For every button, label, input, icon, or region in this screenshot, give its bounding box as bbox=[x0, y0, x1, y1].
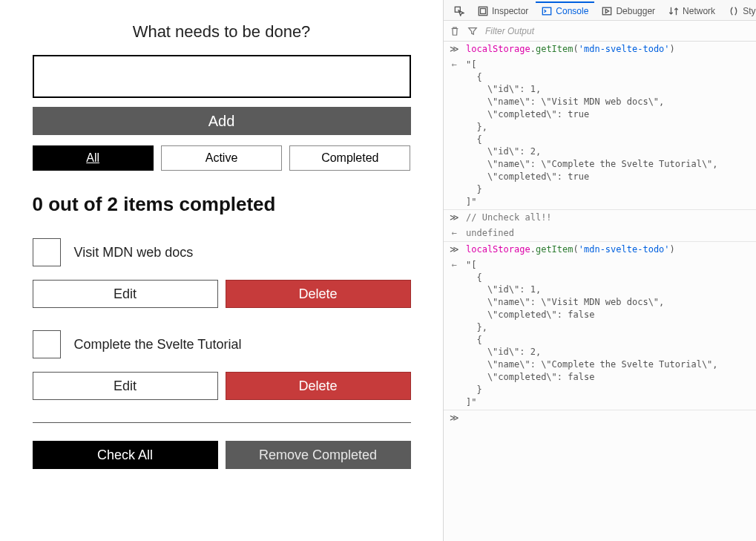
divider bbox=[33, 422, 411, 423]
tab-label: Console bbox=[556, 6, 588, 16]
delete-button[interactable]: Delete bbox=[226, 372, 411, 400]
console-input: localStorage.getItem('mdn-svelte-todo') bbox=[466, 43, 752, 56]
console-body[interactable]: ≫ localStorage.getItem('mdn-svelte-todo'… bbox=[444, 42, 756, 541]
tab-console[interactable]: Console bbox=[536, 1, 594, 19]
console-input-row: ≫ // Uncheck all!! bbox=[444, 210, 756, 226]
output-arrow-icon: ← bbox=[448, 259, 460, 272]
console-input-row: ≫ localStorage.getItem('mdn-svelte-todo'… bbox=[444, 42, 756, 57]
console-prompt-row[interactable]: ≫ bbox=[444, 410, 756, 426]
delete-button[interactable]: Delete bbox=[226, 280, 411, 308]
add-button[interactable]: Add bbox=[33, 107, 411, 135]
todo-item: Visit MDN web docs Edit Delete bbox=[33, 238, 411, 308]
filter-bar: All Active Completed bbox=[33, 145, 411, 171]
output-arrow-icon: ← bbox=[448, 227, 460, 240]
input-chevrons-icon: ≫ bbox=[448, 243, 460, 256]
bulk-actions: Check All Remove Completed bbox=[33, 441, 411, 469]
console-output: undefined bbox=[466, 227, 752, 240]
todo-item: Complete the Svelte Tutorial Edit Delete bbox=[33, 330, 411, 400]
edit-button[interactable]: Edit bbox=[33, 280, 218, 308]
console-output-row: ← undefined bbox=[444, 226, 756, 242]
console-input-row: ≫ localStorage.getItem('mdn-svelte-todo'… bbox=[444, 242, 756, 258]
tab-inspector[interactable]: Inspector bbox=[472, 1, 534, 19]
todo-list: Visit MDN web docs Edit Delete Complete … bbox=[33, 238, 411, 400]
tab-style[interactable]: Sty bbox=[723, 1, 756, 19]
clear-console-icon[interactable] bbox=[450, 26, 460, 36]
svg-rect-4 bbox=[603, 7, 611, 15]
devtools-toolbar: Inspector Console Debugger Network Sty bbox=[444, 0, 756, 21]
prompt-label: What needs to be done? bbox=[33, 22, 411, 42]
todo-name: Complete the Svelte Tutorial bbox=[74, 337, 242, 353]
svg-rect-3 bbox=[543, 7, 551, 15]
console-output-row: ← "[ { \"id\": 1, \"name\": \"Visit MDN … bbox=[444, 258, 756, 411]
todo-name: Visit MDN web docs bbox=[74, 245, 194, 260]
check-all-button[interactable]: Check All bbox=[33, 441, 218, 469]
new-todo-input[interactable] bbox=[33, 55, 411, 98]
output-arrow-icon: ← bbox=[448, 59, 460, 71]
todo-checkbox[interactable] bbox=[33, 238, 61, 266]
remove-completed-button[interactable]: Remove Completed bbox=[226, 441, 411, 469]
console-input: // Uncheck all!! bbox=[466, 212, 752, 224]
filter-output-input[interactable] bbox=[485, 26, 750, 36]
console-input: localStorage.getItem('mdn-svelte-todo') bbox=[466, 243, 752, 256]
filter-active-button[interactable]: Active bbox=[161, 145, 282, 171]
tab-debugger[interactable]: Debugger bbox=[596, 1, 661, 19]
console-output-row: ← "[ { \"id\": 1, \"name\": \"Visit MDN … bbox=[444, 57, 756, 211]
svg-rect-2 bbox=[481, 8, 486, 13]
filter-completed-button[interactable]: Completed bbox=[289, 145, 410, 171]
console-subbar bbox=[444, 21, 756, 42]
input-chevrons-icon: ≫ bbox=[448, 43, 460, 56]
edit-button[interactable]: Edit bbox=[33, 372, 218, 400]
console-output: "[ { \"id\": 1, \"name\": \"Visit MDN we… bbox=[466, 59, 752, 209]
pick-element-icon[interactable] bbox=[448, 1, 470, 19]
input-chevrons-icon: ≫ bbox=[448, 212, 460, 224]
tab-label: Inspector bbox=[492, 6, 528, 16]
todo-app-pane: What needs to be done? Add All Active Co… bbox=[0, 0, 444, 541]
filter-icon[interactable] bbox=[467, 26, 478, 36]
filter-all-button[interactable]: All bbox=[33, 145, 154, 171]
console-output: "[ { \"id\": 1, \"name\": \"Visit MDN we… bbox=[466, 259, 752, 409]
devtools-pane: Inspector Console Debugger Network Sty bbox=[444, 0, 756, 541]
todo-checkbox[interactable] bbox=[33, 330, 61, 358]
tab-label: Sty bbox=[743, 6, 755, 16]
status-heading: 0 out of 2 items completed bbox=[33, 193, 411, 216]
tab-label: Debugger bbox=[616, 6, 655, 16]
tab-network[interactable]: Network bbox=[663, 1, 721, 19]
todo-app-inner: What needs to be done? Add All Active Co… bbox=[33, 22, 411, 469]
input-chevrons-icon: ≫ bbox=[448, 412, 460, 424]
tab-label: Network bbox=[683, 6, 715, 16]
